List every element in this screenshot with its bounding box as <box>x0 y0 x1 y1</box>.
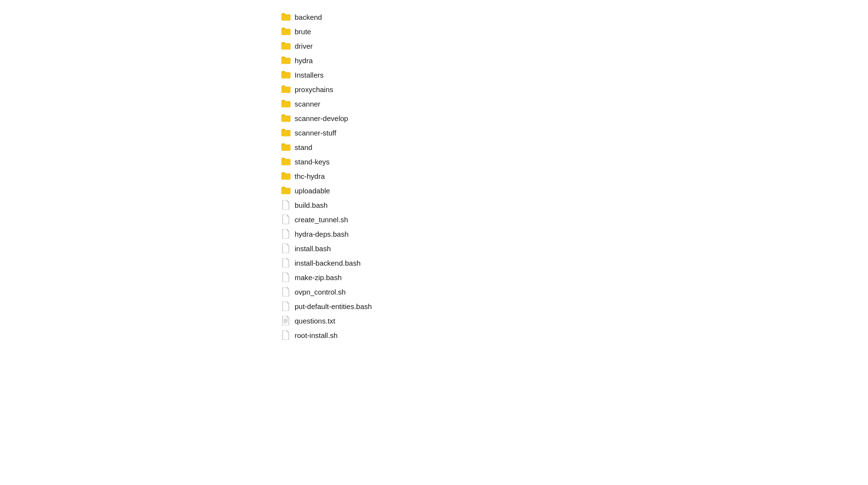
file-label: make-zip.bash <box>295 273 342 282</box>
file-icon <box>281 272 291 282</box>
file-item-brute[interactable]: brute <box>277 24 422 39</box>
file-label: root-install.sh <box>295 331 338 339</box>
file-item-scanner[interactable]: scanner <box>277 96 422 111</box>
file-label: hydra <box>295 56 313 65</box>
file-icon <box>281 258 291 268</box>
folder-icon <box>281 157 291 166</box>
file-label: brute <box>295 27 311 36</box>
file-icon <box>281 330 291 340</box>
file-label: stand-keys <box>295 158 330 166</box>
file-list: backend brute driver hydra Installers pr… <box>277 0 868 352</box>
folder-icon <box>281 113 291 123</box>
file-item-questions.txt[interactable]: questions.txt <box>277 313 422 328</box>
file-label: scanner-develop <box>295 114 348 122</box>
folder-icon <box>281 99 291 108</box>
file-label: Installers <box>295 71 324 79</box>
file-label: driver <box>295 42 313 50</box>
file-label: proxychains <box>295 85 333 94</box>
file-item-Installers[interactable]: Installers <box>277 67 422 82</box>
folder-icon <box>281 84 291 94</box>
folder-icon <box>281 70 291 80</box>
file-item-backend[interactable]: backend <box>277 10 422 24</box>
file-item-root-install.sh[interactable]: root-install.sh <box>277 328 422 342</box>
file-label: scanner <box>295 100 320 108</box>
file-label: ovpn_control.sh <box>295 288 346 296</box>
file-icon <box>281 200 291 210</box>
file-label: scanner-stuff <box>295 129 336 137</box>
file-label: stand <box>295 143 312 151</box>
file-item-put-default-entities.bash[interactable]: put-default-entities.bash <box>277 299 422 313</box>
file-label: create_tunnel.sh <box>295 216 348 224</box>
folder-icon <box>281 171 291 181</box>
file-item-stand[interactable]: stand <box>277 140 422 154</box>
file-icon <box>281 287 291 296</box>
file-item-scanner-stuff[interactable]: scanner-stuff <box>277 125 422 140</box>
file-item-stand-keys[interactable]: stand-keys <box>277 154 422 169</box>
file-item-build.bash[interactable]: build.bash <box>277 198 422 212</box>
file-icon <box>281 229 291 239</box>
folder-icon <box>281 128 291 137</box>
folder-icon <box>281 186 291 195</box>
file-item-create_tunnel.sh[interactable]: create_tunnel.sh <box>277 212 422 227</box>
file-label: hydra-deps.bash <box>295 230 349 238</box>
file-item-thc-hydra[interactable]: thc-hydra <box>277 169 422 183</box>
folder-icon <box>281 41 291 51</box>
file-item-install-backend.bash[interactable]: install-backend.bash <box>277 256 422 270</box>
folder-icon <box>281 142 291 152</box>
file-item-scanner-develop[interactable]: scanner-develop <box>277 111 422 125</box>
file-label: thc-hydra <box>295 172 325 180</box>
file-label: install-backend.bash <box>295 259 361 267</box>
file-label: put-default-entities.bash <box>295 302 372 310</box>
file-label: questions.txt <box>295 317 335 325</box>
file-item-ovpn_control.sh[interactable]: ovpn_control.sh <box>277 284 422 299</box>
file-item-proxychains[interactable]: proxychains <box>277 82 422 96</box>
file-label: build.bash <box>295 201 327 209</box>
file-label: uploadable <box>295 187 330 195</box>
folder-icon <box>281 55 291 65</box>
file-item-driver[interactable]: driver <box>277 39 422 53</box>
file-item-uploadable[interactable]: uploadable <box>277 183 422 198</box>
file-item-hydra[interactable]: hydra <box>277 53 422 67</box>
folder-icon <box>281 12 291 22</box>
folder-icon <box>281 27 291 36</box>
file-item-hydra-deps.bash[interactable]: hydra-deps.bash <box>277 227 422 241</box>
file-text-icon <box>281 316 291 325</box>
file-icon <box>281 301 291 311</box>
file-item-make-zip.bash[interactable]: make-zip.bash <box>277 270 422 284</box>
file-icon <box>281 243 291 253</box>
file-icon <box>281 215 291 224</box>
file-label: install.bash <box>295 244 331 253</box>
file-item-install.bash[interactable]: install.bash <box>277 241 422 256</box>
file-label: backend <box>295 13 322 21</box>
